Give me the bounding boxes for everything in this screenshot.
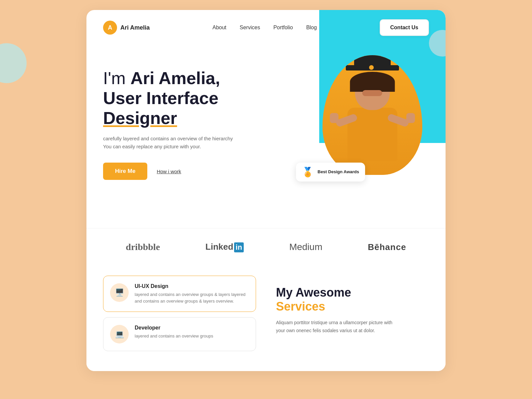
dev-title: Developer [135,325,213,331]
hero-subtitle-line2: You can easily replace any picture with … [103,144,201,149]
services-cards: 🖥️ UI-UX Design layered and contains an … [103,276,256,351]
uiux-icon-wrap: 🖥️ [110,283,129,302]
dev-icon: 💻 [115,330,124,338]
page-wrapper: A Ari Amelia About Services Portfolio Bl… [86,10,446,371]
service-card-dev[interactable]: 💻 Developer layered and contains an over… [103,317,256,351]
orange-dot [369,65,374,70]
services-section: 🖥️ UI-UX Design layered and contains an … [86,269,446,371]
service-card-uiux[interactable]: 🖥️ UI-UX Design layered and contains an … [103,276,256,312]
services-heading-line1: My Awesome [276,286,351,299]
services-heading-line2: Services [276,300,429,314]
logo-circle: A [103,21,117,35]
uiux-desc: layered and contains an overview groups … [135,291,249,304]
dev-desc: layered and contains an overview groups [135,333,213,339]
nav-services[interactable]: Services [240,25,260,31]
contact-button[interactable]: Contact Us [380,19,429,36]
brand-linkedin: Linkedin [205,242,244,252]
award-text: Best Design Awards [318,169,359,175]
hair [350,72,395,92]
logo-area: A Ari Amelia [103,21,150,35]
person-container [323,55,422,175]
brands-section: dribbble Linkedin Medium Bēhance [86,228,446,269]
hero-name: Ari Amelia, [130,68,220,88]
award-badge: 🏅 Best Design Awards [296,163,365,182]
smile [362,90,382,96]
how-i-work-link[interactable]: How i work [157,169,181,174]
hero-right: 🏅 Best Design Awards [303,59,429,208]
uiux-icon: 🖥️ [115,288,124,297]
uiux-content: UI-UX Design layered and contains an ove… [135,283,249,304]
logo-name: Ari Amelia [120,24,150,31]
person-head [355,72,390,110]
hero-intro: I'm [103,68,130,88]
hat-top [354,55,391,66]
brand-behance: Bēhance [368,242,406,252]
logo-letter: A [108,24,112,31]
nav-portfolio[interactable]: Portfolio [273,25,293,31]
linkedin-label: Linkedin [205,242,244,252]
dev-content: Developer layered and contains an overvi… [135,325,213,339]
person-silhouette [323,55,422,175]
nav-blog[interactable]: Blog [306,25,317,31]
hero-actions: Hire Me How i work [103,163,303,180]
hero-title-line1: I'm Ari Amelia, [103,68,303,88]
left-hand [330,113,338,123]
hero-subtitle: carefully layered and contains an overvi… [103,135,243,151]
hero-subtitle-line1: carefully layered and contains an overvi… [103,136,233,141]
services-heading: My Awesome Services [276,286,429,314]
nav-links: About Services Portfolio Blog [212,25,317,31]
award-icon: 🏅 [302,167,314,178]
brand-medium: Medium [289,242,323,252]
hero-line3: Designer [103,108,177,128]
brand-dribbble: dribbble [126,242,160,252]
hero-line2: User Interface [103,88,218,108]
hero-title-line2: User Interface [103,88,303,108]
services-info: My Awesome Services Aliquam porttitor tr… [276,276,429,351]
dev-icon-wrap: 💻 [110,325,129,343]
nav-about[interactable]: About [212,25,226,31]
behance-label: Bēhance [368,242,406,252]
uiux-title: UI-UX Design [135,283,249,289]
hero-title-line3: Designer [103,108,303,128]
hero-section: I'm Ari Amelia, User Interface Designer … [86,45,446,228]
medium-label: Medium [289,242,323,252]
right-hand [406,113,415,123]
navbar: A Ari Amelia About Services Portfolio Bl… [86,10,446,45]
dribbble-label: dribbble [126,242,160,252]
services-description: Aliquam porttitor tristique urna a ullam… [276,319,402,335]
deco-circle-left [0,43,27,83]
hero-left: I'm Ari Amelia, User Interface Designer … [103,59,303,180]
hire-me-button[interactable]: Hire Me [103,163,147,180]
hero-title: I'm Ari Amelia, User Interface Designer [103,68,303,128]
